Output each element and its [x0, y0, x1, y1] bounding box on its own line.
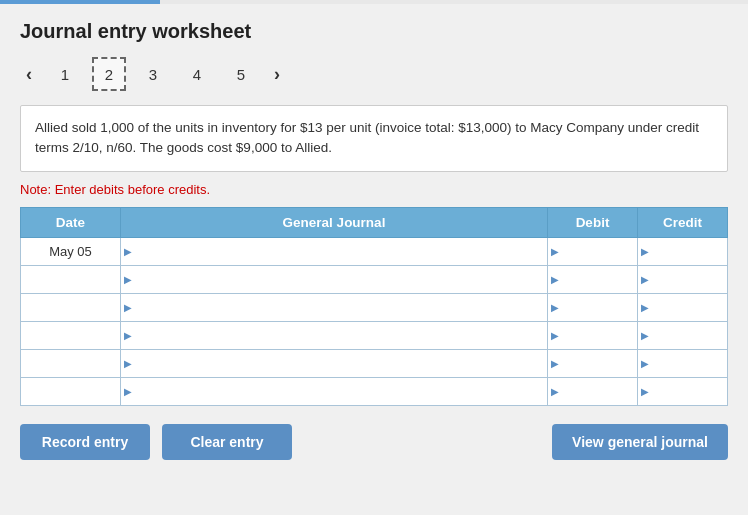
debit-input-5[interactable] [548, 350, 637, 377]
journal-cell-1 [121, 237, 548, 265]
col-header-credit: Credit [638, 207, 728, 237]
debit-cell-6 [548, 377, 638, 405]
credit-input-6[interactable] [638, 378, 727, 405]
credit-cell-3 [638, 293, 728, 321]
debit-input-3[interactable] [548, 294, 637, 321]
credit-input-2[interactable] [638, 266, 727, 293]
col-header-journal: General Journal [121, 207, 548, 237]
journal-input-2[interactable] [121, 266, 547, 293]
journal-input-4[interactable] [121, 322, 547, 349]
credit-input-4[interactable] [638, 322, 727, 349]
page-4[interactable]: 4 [180, 57, 214, 91]
pagination: ‹ 1 2 3 4 5 › [20, 57, 728, 91]
table-row [21, 349, 728, 377]
date-cell-4 [21, 321, 121, 349]
page-title: Journal entry worksheet [20, 20, 728, 43]
debit-cell-1 [548, 237, 638, 265]
debit-input-6[interactable] [548, 378, 637, 405]
clear-entry-button[interactable]: Clear entry [162, 424, 292, 460]
date-cell-2 [21, 265, 121, 293]
journal-input-3[interactable] [121, 294, 547, 321]
journal-cell-3 [121, 293, 548, 321]
table-row [21, 293, 728, 321]
debit-input-1[interactable] [548, 238, 637, 265]
credit-cell-6 [638, 377, 728, 405]
date-cell-6 [21, 377, 121, 405]
credit-input-1[interactable] [638, 238, 727, 265]
view-general-journal-button[interactable]: View general journal [552, 424, 728, 460]
col-header-date: Date [21, 207, 121, 237]
page-5[interactable]: 5 [224, 57, 258, 91]
description-text: Allied sold 1,000 of the units in invent… [35, 120, 699, 155]
journal-cell-5 [121, 349, 548, 377]
col-header-debit: Debit [548, 207, 638, 237]
journal-cell-2 [121, 265, 548, 293]
debit-cell-4 [548, 321, 638, 349]
record-entry-button[interactable]: Record entry [20, 424, 150, 460]
journal-input-5[interactable] [121, 350, 547, 377]
debit-cell-5 [548, 349, 638, 377]
table-row [21, 265, 728, 293]
next-page-button[interactable]: › [268, 62, 286, 87]
button-row: Record entry Clear entry View general jo… [20, 424, 728, 460]
credit-input-5[interactable] [638, 350, 727, 377]
page-1[interactable]: 1 [48, 57, 82, 91]
credit-cell-4 [638, 321, 728, 349]
page-3[interactable]: 3 [136, 57, 170, 91]
table-row [21, 321, 728, 349]
journal-input-6[interactable] [121, 378, 547, 405]
debit-cell-2 [548, 265, 638, 293]
prev-page-button[interactable]: ‹ [20, 62, 38, 87]
credit-cell-5 [638, 349, 728, 377]
journal-input-1[interactable] [121, 238, 547, 265]
note-text: Note: Enter debits before credits. [20, 182, 728, 197]
table-row [21, 377, 728, 405]
debit-input-4[interactable] [548, 322, 637, 349]
table-row: May 05 [21, 237, 728, 265]
debit-input-2[interactable] [548, 266, 637, 293]
journal-cell-6 [121, 377, 548, 405]
credit-cell-2 [638, 265, 728, 293]
main-container: Journal entry worksheet ‹ 1 2 3 4 5 › Al… [0, 4, 748, 515]
date-cell-5 [21, 349, 121, 377]
credit-input-3[interactable] [638, 294, 727, 321]
date-cell-1: May 05 [21, 237, 121, 265]
credit-cell-1 [638, 237, 728, 265]
journal-table: Date General Journal Debit Credit May 05 [20, 207, 728, 406]
date-cell-3 [21, 293, 121, 321]
debit-cell-3 [548, 293, 638, 321]
page-2[interactable]: 2 [92, 57, 126, 91]
journal-cell-4 [121, 321, 548, 349]
description-box: Allied sold 1,000 of the units in invent… [20, 105, 728, 172]
